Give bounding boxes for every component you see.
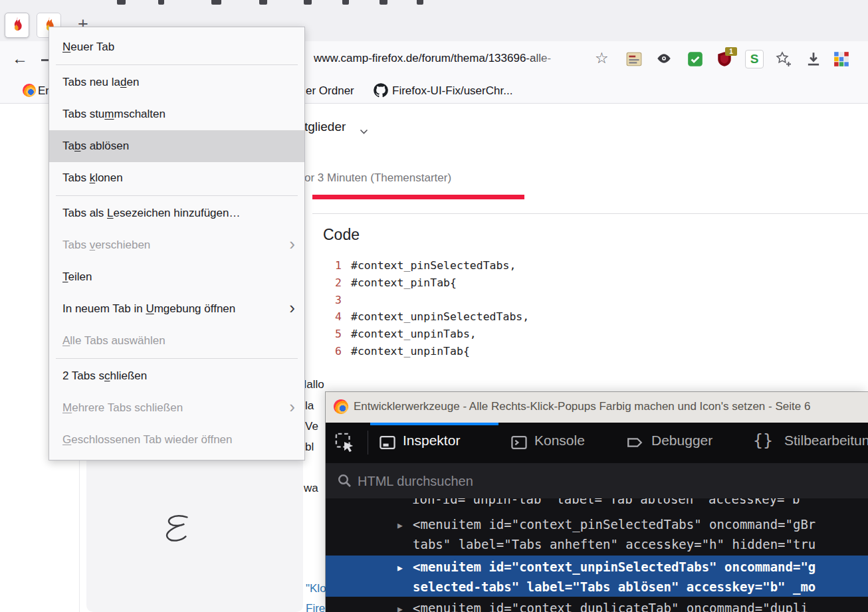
back-button[interactable]: ← — [12, 49, 28, 68]
post-link-fragment[interactable]: "Klo — [306, 582, 326, 595]
url-fade — [525, 45, 598, 73]
menu-item-label: Tabs ablösen — [62, 140, 129, 153]
expand-arrow-icon[interactable]: ▶ — [397, 604, 403, 612]
devtools-titlebar: Entwicklerwerkzeuge - Alle Rechts-Klick-… — [326, 392, 868, 423]
menu-item-in-umgebung-oeffnen[interactable]: In neuem Tab in Umgebung öffnen› — [49, 293, 304, 325]
menu-item-teilen[interactable]: Teilen — [49, 261, 304, 293]
tab-label: Stilbearbeitung — [784, 433, 868, 449]
markup-node-row[interactable]: tabs" label="Tabs anheften" accesskey="h… — [413, 537, 815, 552]
markup-line: <menuitem id="context_unpinSelectedTabs"… — [413, 560, 815, 574]
markup-node-row[interactable]: <menuitem id="context_pinSelectedTabs" o… — [413, 517, 815, 532]
post-text-fragment: bl — [305, 441, 314, 454]
extension-icon-checkmark[interactable] — [686, 50, 705, 68]
pick-element-button[interactable] — [335, 433, 355, 455]
submenu-chevron-icon: › — [289, 235, 295, 253]
menu-item-tabs-als-lesezeichen[interactable]: Tabs als Lesezeichen hinzufügen… — [49, 197, 304, 229]
menu-item-label: Geschlossenen Tab wieder öffnen — [62, 433, 233, 447]
menu-item-geschlossenen-tab-wieder-oeffnen: Geschlossenen Tab wieder öffnen — [49, 424, 304, 456]
extension-icon-ublock[interactable]: 1 — [715, 50, 734, 68]
camp-firefox-flame-icon — [9, 16, 25, 35]
back-arrow-icon: ← — [12, 49, 28, 67]
expand-arrow-icon[interactable]: ▶ — [397, 563, 403, 573]
s-letter-icon: S — [745, 50, 764, 68]
menu-item-label: Tabs verschieben — [62, 239, 150, 252]
menu-item-label: Tabs klonen — [62, 171, 123, 185]
extension-icon-userscript[interactable] — [625, 50, 643, 68]
menu-item-label: Mehrere Tabs schließen — [62, 401, 183, 415]
cropped-glyph — [304, 0, 312, 5]
bookmark-star-icon[interactable]: ☆ — [595, 49, 609, 67]
eye-icon — [655, 51, 673, 68]
signature-flourish — [160, 513, 198, 550]
cropped-glyph — [380, 0, 387, 5]
post-text-fragment: la — [305, 399, 314, 413]
menu-item-label: Tabs als Lesezeichen hinzufügen… — [62, 207, 240, 220]
menu-item-tabs-stummschalten[interactable]: Tabs stummschalten — [49, 98, 304, 130]
tab-context-menu: Neuer Tab Tabs neu laden Tabs stummschal… — [49, 27, 305, 460]
code-block: 1#context_pinSelectedTabs, 2#context_pin… — [323, 257, 529, 360]
toolbar-separator — [368, 431, 368, 455]
downloads-button[interactable] — [804, 50, 823, 68]
markup-line: selected-tabs" label="Tabs ablösen" acce… — [413, 579, 815, 594]
post-text-fragment: Ve — [305, 420, 318, 433]
menu-item-label: Teilen — [62, 270, 92, 284]
menu-item-tabs-neu-laden[interactable]: Tabs neu laden — [49, 66, 304, 98]
menu-separator — [56, 64, 298, 65]
bookmark-item[interactable]: Er — [38, 84, 49, 98]
forum-nav-fragment[interactable]: tglieder — [304, 120, 346, 134]
markup-node-row-selected[interactable]: ▶ <menuitem id="context_unpinSelectedTab… — [326, 556, 868, 597]
chevron-down-icon — [360, 126, 368, 138]
code-line: 6#context_unpinTab{ — [323, 343, 529, 360]
braces-icon: {} — [753, 431, 773, 450]
url-bar[interactable]: www.camp-firefox.de/forum/thema/133696-a… — [314, 52, 551, 65]
code-line-text: #context_unpinTab{ — [351, 343, 470, 360]
menu-item-2-tabs-schliessen[interactable]: 2 Tabs schließen — [49, 360, 304, 392]
code-line-number: 2 — [323, 274, 342, 292]
bookmark-item-github[interactable]: Firefox-UI-Fix/userChr... — [392, 84, 512, 98]
code-line-number: 6 — [323, 343, 342, 360]
code-line: 1#context_pinSelectedTabs, — [323, 257, 529, 274]
menu-separator — [56, 358, 298, 359]
tab-label: Konsole — [534, 433, 585, 449]
menu-item-mehrere-tabs-schliessen: Mehrere Tabs schließen› — [49, 392, 304, 424]
html-search-input[interactable] — [356, 463, 861, 500]
menu-item-label: Tabs neu laden — [62, 76, 139, 89]
post-meta-fragment: or 3 Minuten (Themenstarter) — [304, 171, 451, 185]
console-icon — [510, 434, 528, 454]
star-plus-icon — [775, 51, 792, 68]
code-line-number: 3 — [323, 292, 342, 309]
cropped-glyph — [417, 0, 423, 5]
menu-item-tabs-klonen[interactable]: Tabs klonen — [49, 162, 304, 194]
firefox-logo-icon — [334, 399, 348, 414]
card-icon — [625, 51, 643, 68]
extension-icon-stylus[interactable]: S — [745, 50, 764, 68]
screen: + ← www.camp-firefox.de/forum/thema/1336… — [0, 0, 868, 612]
code-line-text: #context_pinTab{ — [351, 274, 457, 292]
menu-separator — [56, 195, 298, 196]
menu-item-tabs-abloesen[interactable]: Tabs ablösen — [49, 130, 304, 162]
color-grid-icon — [833, 51, 850, 68]
tab-label: Debugger — [651, 433, 712, 449]
debugger-icon — [626, 434, 643, 454]
code-line-number: 5 — [323, 326, 342, 343]
bookmark-folder-item[interactable]: er Ordner — [306, 84, 354, 98]
extension-icon-star-add[interactable] — [774, 50, 793, 68]
menu-item-alle-tabs-auswaehlen: Alle Tabs auswählen — [49, 325, 304, 357]
expand-arrow-icon[interactable]: ▶ — [397, 520, 403, 530]
active-tab-indicator — [370, 423, 498, 425]
menu-item-neuer-tab[interactable]: Neuer Tab — [49, 31, 304, 63]
menu-item-label: Alle Tabs auswählen — [62, 334, 165, 348]
cropped-glyph — [342, 0, 349, 5]
markup-partial-line[interactable]: ion-id="unpin-tab" label="Tab ablösen" a… — [412, 498, 808, 506]
search-icon — [336, 472, 352, 491]
menu-item-label: Neuer Tab — [62, 41, 114, 54]
markup-view[interactable]: ion-id="unpin-tab" label="Tab ablösen" a… — [326, 498, 868, 612]
devtools-search-bar — [326, 463, 868, 499]
submenu-chevron-icon: › — [289, 398, 295, 415]
extension-icon-grid[interactable] — [832, 50, 851, 68]
code-line-text: #context_unpinTabs, — [351, 326, 477, 343]
extension-icon-privacy[interactable] — [655, 50, 673, 68]
browser-tab-pinned-1[interactable] — [5, 13, 29, 38]
post-link-fragment[interactable]: Fire — [306, 602, 325, 612]
markup-node-row[interactable]: <menuitem id="context_duplicateTab" onco… — [413, 601, 808, 612]
